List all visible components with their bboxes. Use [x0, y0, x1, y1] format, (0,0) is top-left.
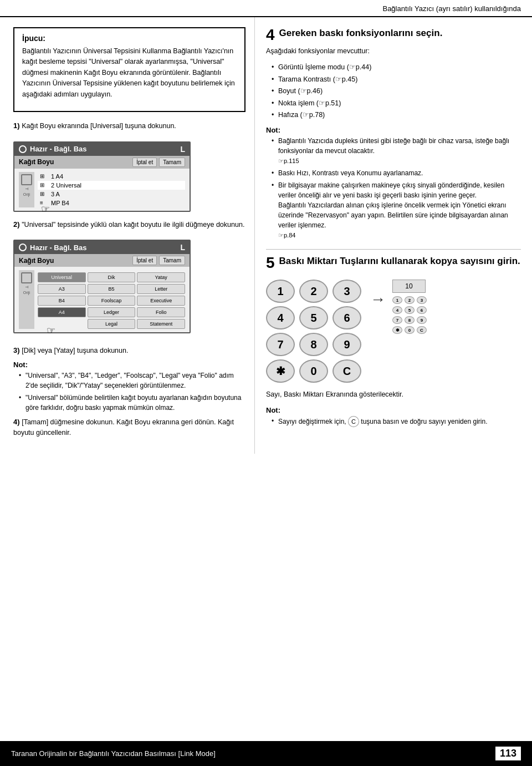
screen2-mockup: Hazır - Bağl. Bas L Kağıt Boyu İptal et …	[13, 240, 191, 333]
step4-note: Not: Bağlantılı Yazıcıda dupleks ünitesi…	[266, 126, 521, 240]
step5-right: 5 Baskı Miktarı Tuşlarını kullanarak kop…	[266, 255, 521, 427]
step4-num: 4	[266, 27, 275, 43]
paper-folio[interactable]: Folio	[137, 307, 185, 317]
ref-p115: ☞p.115	[278, 158, 299, 164]
paper-b5[interactable]: B5	[88, 284, 136, 294]
step5-note-list: Sayıyı değiştirmek için, C tuşuna basın …	[266, 416, 521, 428]
step4-note-item-3: Bir bilgisayar makine çalışırken makiney…	[272, 180, 521, 240]
key-sm-star: ✱	[392, 326, 402, 334]
circle-icon-2	[19, 244, 27, 251]
step4-note-list: Bağlantılı Yazıcıda dupleks ünitesi gibi…	[266, 136, 521, 240]
paper-a3[interactable]: A3	[38, 284, 86, 294]
paper-letter[interactable]: Letter	[137, 284, 185, 294]
sidebar2-orij: Oriji	[23, 291, 30, 295]
key-sm-2: 2	[405, 296, 415, 304]
ref-p84: ☞p.84	[278, 232, 295, 239]
list-label-3: 3 A	[51, 191, 60, 197]
list-icon-3: ⊞	[40, 191, 49, 197]
key-star[interactable]: ✱	[266, 359, 295, 383]
paper-dik[interactable]: Dik	[88, 272, 136, 282]
list-item-2[interactable]: ⊞ 2 Universal	[38, 181, 185, 190]
screen2-subheader-label: Kağıt Boyu	[19, 257, 54, 265]
key-0[interactable]: 0	[299, 359, 328, 383]
screen1-iptal-btn[interactable]: İptal et	[132, 158, 157, 167]
step-3: 3) [Dik] veya [Yatay] tuşuna dokunun. No…	[13, 346, 245, 413]
screen2-L: L	[180, 243, 185, 252]
screen1-title: Hazır - Bağl. Bas	[30, 145, 87, 153]
paper-empty	[38, 319, 86, 329]
paper-yatay[interactable]: Yatay	[137, 272, 185, 282]
step-3-note-title: Not:	[13, 361, 245, 369]
list-label-1: 1 A4	[51, 173, 63, 180]
list-label-2: 2 Universal	[51, 182, 81, 189]
sidebar-orij: Oriji	[23, 192, 30, 196]
step4-items-list: Görüntü İşleme modu (☞p.44) Tarama Kontr…	[266, 62, 521, 120]
screen1-subheader-label: Kağıt Boyu	[19, 158, 54, 166]
key-6[interactable]: 6	[332, 306, 361, 329]
main-keypad-container: 1 2 3 4 5 6 7 8 9 ✱ 0 C	[266, 280, 364, 384]
paper-grid: Universal Dik Yatay A3 B5 Letter B4 Fool…	[38, 272, 185, 329]
key-7[interactable]: 7	[266, 333, 295, 356]
screen1-subheader: Kağıt Boyu İptal et Tamam	[14, 156, 190, 169]
key-8[interactable]: 8	[299, 333, 328, 356]
paper-a4[interactable]: A4	[38, 307, 86, 317]
step4-right: 4 Gereken baskı fonksiyonlarını seçin. A…	[266, 27, 521, 240]
key-2[interactable]: 2	[299, 280, 328, 303]
step-3-note-item-1: "Universal", "A3", "B4", "Ledger", "Fool…	[19, 371, 245, 390]
step4-note-item-1: Bağlantılı Yazıcıda dupleks ünitesi gibi…	[272, 136, 521, 166]
list-item-4: ≡ MP B4	[38, 199, 185, 207]
paper-foolscap[interactable]: Foolscap	[88, 296, 136, 306]
step5-note: Not: Sayıyı değiştirmek için, C tuşuna b…	[266, 406, 521, 428]
screen1-tamam-btn[interactable]: Tamam	[159, 158, 185, 167]
paper-b4[interactable]: B4	[38, 296, 86, 306]
key-9[interactable]: 9	[332, 333, 361, 356]
step5-header: 5 Baskı Miktarı Tuşlarını kullanarak kop…	[266, 255, 521, 271]
key-sm-c: C	[417, 326, 427, 334]
step5-note-title: Not:	[266, 406, 521, 414]
screen1-header-left: Hazır - Bağl. Bas	[19, 145, 87, 153]
list-item-1: ⊞ 1 A4	[38, 172, 185, 181]
sidebar-label: T	[24, 187, 29, 190]
screen2-body: T Oriji Universal Dik Yatay A3 B5 Lette	[14, 267, 190, 332]
sidebar2-icon1	[21, 272, 32, 283]
paper-ledger[interactable]: Ledger	[88, 307, 136, 317]
ipucu-body: Bağlantılı Yazıcının Üniversal Tepsisini…	[22, 46, 237, 100]
sidebar-icon1	[21, 174, 32, 185]
key-4[interactable]: 4	[266, 306, 295, 329]
key-5[interactable]: 5	[299, 306, 328, 329]
list-item-3: ⊞ 3 A	[38, 190, 185, 199]
screen1-L: L	[180, 145, 185, 154]
step-1: 1) Kağıt Boyu ekranında [Universal] tuşu…	[13, 121, 245, 131]
step-4-label: 4)	[13, 418, 20, 426]
step4-title: Gereken baskı fonksiyonlarını seçin.	[279, 27, 443, 39]
step-3-text: [Dik] veya [Yatay] tuşuna dokunun.	[22, 347, 128, 354]
circle-icon	[19, 145, 27, 153]
step4-item-3: Boyut (☞p.46)	[272, 86, 521, 97]
step4-note-title: Not:	[266, 126, 521, 134]
screen2-iptal-btn[interactable]: İptal et	[132, 256, 157, 265]
c-key-inline: C	[348, 416, 359, 428]
step4-item-2: Tarama Kontrastı (☞p.45)	[272, 74, 521, 85]
step-3-note-list: "Universal", "A3", "B4", "Ledger", "Fool…	[13, 371, 245, 413]
paper-legal[interactable]: Legal	[88, 319, 136, 329]
key-sm-4: 4	[392, 306, 402, 314]
hand-cursor-2: ☞	[47, 324, 55, 337]
key-3[interactable]: 3	[332, 280, 361, 303]
screen2-wrapper: Hazır - Bağl. Bas L Kağıt Boyu İptal et …	[13, 234, 191, 341]
paper-executive[interactable]: Executive	[137, 296, 185, 306]
footer-page-num: 113	[495, 747, 521, 760]
ipucu-title: İpucu:	[22, 34, 237, 43]
key-sm-7: 7	[392, 316, 402, 324]
key-sm-9: 9	[417, 316, 427, 324]
screen2-sidebar: T Oriji	[19, 270, 34, 329]
step5-note-item-1: Sayıyı değiştirmek için, C tuşuna basın …	[272, 416, 521, 428]
sidebar2-label: T	[24, 286, 29, 288]
step4-item-5: Hafıza (☞p.78)	[272, 110, 521, 120]
paper-statement[interactable]: Statement	[137, 319, 185, 329]
key-1[interactable]: 1	[266, 280, 295, 303]
screen1-main: ⊞ 1 A4 ⊞ 2 Universal ⊞ 3 A ≡	[38, 172, 185, 207]
screen2-tamam-btn[interactable]: Tamam	[159, 256, 185, 265]
step-3-label: 3)	[13, 346, 20, 354]
paper-universal[interactable]: Universal	[38, 272, 86, 282]
key-c[interactable]: C	[332, 359, 361, 383]
